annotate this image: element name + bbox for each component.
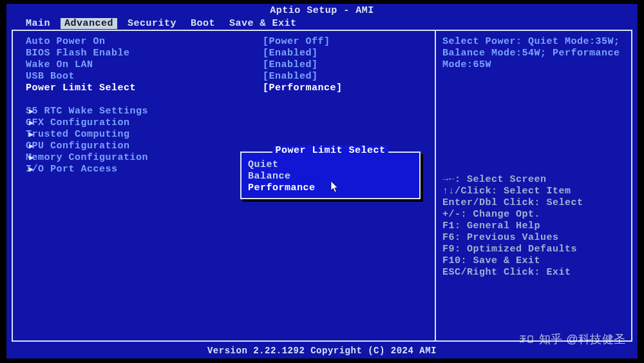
key-help: →←: Select Screen ↑↓/Click: Select Item …	[442, 174, 622, 279]
setting-value: [Performance]	[263, 83, 343, 94]
setting-row-selected[interactable]: Power Limit Select [Performance]	[26, 83, 427, 94]
setting-row[interactable]: Auto Power On [Power Off]	[26, 36, 427, 48]
setting-value: [Enabled]	[263, 71, 318, 83]
setting-row[interactable]: USB Boot [Enabled]	[26, 71, 427, 83]
submenu-label: Memory Configuration	[26, 152, 148, 163]
bios-title: Aptio Setup - AMI	[6, 4, 638, 18]
popup-option[interactable]: Quiet	[242, 159, 419, 171]
setting-label: BIOS Flash Enable	[26, 48, 263, 59]
popup-option[interactable]: Balance	[242, 171, 419, 182]
key-help-line: +/-: Change Opt.	[442, 209, 622, 221]
key-help-line: F1: General Help	[442, 221, 622, 232]
submenu-label: S5 RTC Wake Settings	[26, 106, 148, 117]
setting-value: [Power Off]	[263, 36, 330, 48]
tab-advanced[interactable]: Advanced	[61, 18, 117, 29]
zhihu-logo-icon	[518, 333, 535, 345]
submenu-label: I/O Port Access	[26, 164, 118, 175]
tab-save-exit[interactable]: Save & Exit	[225, 18, 301, 29]
triangle-icon: ▶	[29, 129, 34, 141]
tab-bar: Main Advanced Security Boot Save & Exit	[6, 18, 638, 30]
triangle-icon: ▶	[29, 117, 34, 129]
setting-label: Power Limit Select	[26, 83, 263, 94]
power-limit-popup: Power Limit Select Quiet Balance Perform…	[240, 152, 421, 199]
submenu-label: CPU Configuration	[26, 141, 130, 152]
submenu-item[interactable]: ▶ GFX Configuration	[26, 117, 427, 129]
key-help-line: ↑↓/Click: Select Item	[442, 186, 622, 197]
tab-main[interactable]: Main	[22, 18, 54, 29]
watermark: 知乎 @科技健圣	[518, 331, 626, 347]
right-panel: Select Power: Quiet Mode:35W; Balance Mo…	[436, 36, 631, 335]
triangle-icon: ▶	[29, 152, 34, 164]
key-help-line: F10: Save & Exit	[442, 255, 622, 267]
setting-value: [Enabled]	[263, 48, 318, 59]
key-help-line: F9: Optimized Defaults	[442, 244, 622, 255]
setting-label: Wake On LAN	[26, 59, 263, 71]
submenu-label: GFX Configuration	[26, 117, 130, 128]
triangle-icon: ▶	[29, 141, 34, 152]
popup-option-selected[interactable]: Performance	[242, 182, 419, 194]
tab-security[interactable]: Security	[124, 18, 180, 29]
triangle-icon: ▶	[29, 164, 34, 175]
key-help-line: Enter/Dbl Click: Select	[442, 197, 622, 209]
triangle-icon: ▶	[29, 106, 34, 117]
key-help-line: F6: Previous Values	[442, 232, 622, 244]
submenu-item[interactable]: ▶ Trusted Computing	[26, 129, 427, 141]
setting-label: USB Boot	[26, 71, 263, 83]
context-help: Select Power: Quiet Mode:35W; Balance Mo…	[442, 36, 622, 71]
footer: Version 2.22.1292 Copyright (C) 2024 AMI	[6, 346, 638, 356]
key-help-line: →←: Select Screen	[442, 174, 622, 186]
setting-label: Auto Power On	[26, 36, 263, 48]
setting-row[interactable]: BIOS Flash Enable [Enabled]	[26, 48, 427, 59]
setting-value: [Enabled]	[263, 59, 318, 71]
setting-row[interactable]: Wake On LAN [Enabled]	[26, 59, 427, 71]
key-help-line: ESC/Right Click: Exit	[442, 267, 622, 279]
submenu-item[interactable]: ▶ S5 RTC Wake Settings	[26, 106, 427, 117]
submenu-label: Trusted Computing	[26, 129, 130, 140]
popup-title: Power Limit Select	[242, 145, 419, 157]
tab-boot[interactable]: Boot	[187, 18, 219, 29]
